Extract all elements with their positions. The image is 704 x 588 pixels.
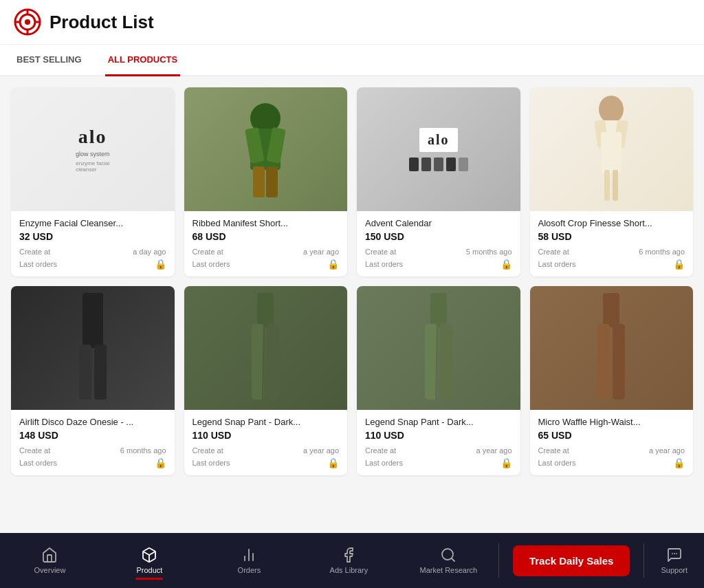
create-time: a year ago [476,446,512,455]
create-time: 6 months ago [639,248,685,256]
nav-item-market-research[interactable]: Market Research [399,541,498,580]
nav-item-support[interactable]: Support [644,547,704,574]
product-card[interactable]: Airlift Disco Daze Onesie - ... 148 USD … [11,286,175,475]
product-image-4 [584,94,639,204]
lock-icon[interactable]: 🔒 [155,259,166,270]
target-icon [14,8,41,36]
page-title: Product List [50,12,154,33]
nav-label-support: Support [661,566,688,574]
create-label: Create at [192,248,223,256]
svg-rect-20 [82,293,103,348]
product-price: 110 USD [365,430,512,441]
product-card[interactable]: Legend Snap Pant - Dark... 110 USD Creat… [184,286,348,475]
chart-icon [241,547,257,563]
orders-label: Last orders [365,459,403,467]
create-label: Create at [538,446,569,455]
home-icon [41,547,58,563]
product-price: 148 USD [19,430,166,441]
tab-best-selling[interactable]: BEST SELLING [14,45,85,76]
product-image-1: alo [78,126,107,148]
svg-rect-17 [601,132,622,173]
orders-label: Last orders [538,260,576,268]
svg-rect-12 [266,166,278,197]
lock-icon[interactable]: 🔒 [327,259,339,270]
product-card[interactable]: alo glow system enzyme facialcleanser En… [11,87,175,276]
nav-label-overview: Overview [34,566,66,574]
orders-label: Last orders [538,459,576,467]
nav-items: Overview Product Orders Ads Library [0,541,498,580]
svg-rect-23 [257,293,274,327]
svg-rect-25 [267,324,279,400]
create-time: 5 months ago [466,248,512,256]
product-card[interactable]: Alosoft Crop Finesse Short... 58 USD Cre… [530,87,694,276]
svg-rect-32 [597,324,610,400]
product-price: 68 USD [192,231,340,242]
orders-label: Last orders [192,260,230,268]
product-name: Legend Snap Pant - Dark... [192,417,340,427]
lock-icon[interactable]: 🔒 [500,457,512,468]
nav-label-product: Product [136,566,162,574]
product-card[interactable]: Legend Snap Pant - Dark... 110 USD Creat… [357,286,520,475]
lock-icon[interactable]: 🔒 [673,259,685,270]
lock-icon[interactable]: 🔒 [500,259,512,270]
svg-line-39 [452,558,454,561]
facebook-icon [340,547,357,563]
tab-all-products[interactable]: ALL PRODUCTS [105,45,181,76]
chat-icon [666,547,683,563]
tabs-bar: BEST SELLING ALL PRODUCTS [0,45,704,76]
nav-label-orders: Orders [238,566,261,574]
product-price: 110 USD [192,430,340,441]
svg-point-13 [599,96,624,123]
svg-rect-27 [430,293,447,327]
svg-rect-11 [253,166,265,197]
product-name: Legend Snap Pant - Dark... [365,417,512,427]
product-image-3: alo [428,132,450,148]
product-image-2 [238,98,293,201]
search-icon [440,547,456,563]
nav-label-ads-library: Ads Library [330,566,368,574]
main-content: alo glow system enzyme facialcleanser En… [0,76,704,533]
lock-icon[interactable]: 🔒 [327,457,339,468]
create-time: 6 months ago [120,446,166,455]
nav-item-orders[interactable]: Orders [199,541,299,580]
orders-label: Last orders [365,260,403,268]
svg-rect-21 [79,345,91,400]
product-card[interactable]: Micro Waffle High-Waist... 65 USD Create… [530,286,694,475]
product-image-5 [65,293,120,403]
header: Product List [0,0,704,45]
create-time: a year ago [649,446,685,455]
product-card[interactable]: alo Advent Calendar 150 USD Create at 5 … [357,87,520,276]
track-daily-sales-button[interactable]: Track Daily Sales [513,545,630,576]
create-label: Create at [19,446,50,455]
nav-item-ads-library[interactable]: Ads Library [299,541,399,580]
svg-rect-18 [604,170,610,201]
nav-label-market-research: Market Research [419,566,477,574]
product-image-8 [584,293,639,403]
product-name: Enzyme Facial Cleanser... [19,218,166,228]
svg-rect-33 [613,324,625,400]
bottom-nav: Overview Product Orders Ads Library [0,533,704,588]
orders-label: Last orders [192,459,230,467]
product-price: 58 USD [538,231,685,242]
product-name: Ribbed Manifest Short... [192,218,340,228]
create-label: Create at [19,248,50,256]
create-time: a year ago [303,446,339,455]
box-icon [141,547,157,563]
svg-rect-29 [440,324,452,400]
nav-item-overview[interactable]: Overview [0,541,100,580]
product-image-7 [411,293,466,403]
create-label: Create at [538,248,569,256]
create-label: Create at [192,446,223,455]
nav-item-product[interactable]: Product [100,541,199,580]
svg-point-2 [25,19,30,25]
lock-icon[interactable]: 🔒 [155,457,166,468]
lock-icon[interactable]: 🔒 [673,457,685,468]
svg-rect-31 [603,293,619,327]
product-price: 32 USD [19,231,166,242]
product-name: Micro Waffle High-Waist... [538,417,685,427]
create-time: a year ago [303,248,339,256]
product-name: Alosoft Crop Finesse Short... [538,218,685,228]
product-card[interactable]: Ribbed Manifest Short... 68 USD Create a… [184,87,348,276]
product-name: Airlift Disco Daze Onesie - ... [19,417,166,427]
product-price: 150 USD [365,231,512,242]
